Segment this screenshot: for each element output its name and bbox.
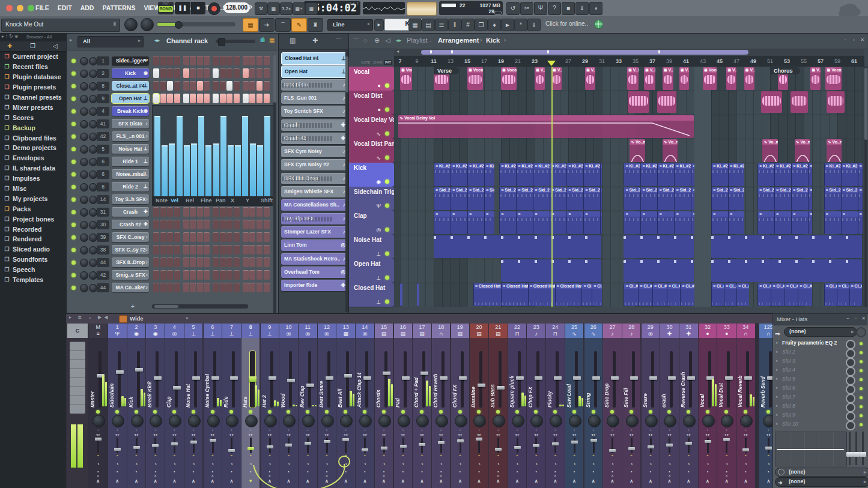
channel-button-sfx-8-drop[interactable]: SFX 8..Drop♪ xyxy=(112,258,149,267)
channel-volume-knob[interactable] xyxy=(89,120,97,128)
send-slider[interactable] xyxy=(97,438,99,453)
channel-volume-knob[interactable] xyxy=(89,259,97,267)
pan-arrows-icon[interactable]: ◂ ▸ xyxy=(108,432,127,436)
menu-item-add[interactable]: ADD xyxy=(76,0,99,16)
step-3[interactable] xyxy=(167,68,173,78)
send-slider-handle[interactable] xyxy=(305,442,311,445)
send-slider[interactable] xyxy=(688,438,690,453)
channel-mute-led[interactable] xyxy=(71,71,76,76)
clip[interactable]: ≡ Cl..#3 xyxy=(785,283,798,306)
clock-icon[interactable]: ◔ xyxy=(622,462,641,467)
velocity-bar-3[interactable] xyxy=(169,143,175,197)
clip[interactable]: ≡ Ki..#2 xyxy=(691,163,694,186)
send-slider-handle[interactable] xyxy=(400,445,407,448)
step-14[interactable] xyxy=(249,258,255,267)
step-7[interactable] xyxy=(197,56,203,65)
clip[interactable]: ≡ Cl..#3 xyxy=(667,283,680,306)
channel-volume-knob[interactable] xyxy=(89,271,97,280)
step-1[interactable] xyxy=(153,258,159,267)
route-arrow-icon[interactable]: ∧ xyxy=(146,478,165,484)
track-led[interactable] xyxy=(766,410,770,414)
stereo-sep-icon[interactable]: ⬩ xyxy=(222,428,241,432)
track-mute-led[interactable] xyxy=(385,179,389,184)
graph-tab-note[interactable]: Note xyxy=(156,197,168,203)
route-arrow-icon[interactable]: ∧ xyxy=(546,478,565,484)
route-arrow-icon[interactable]: ∧ xyxy=(489,478,508,484)
track-mute-led[interactable] xyxy=(385,276,389,280)
fx-slot-4[interactable]: ▸Slot 4 xyxy=(775,366,866,375)
clock-icon[interactable]: ◔ xyxy=(642,462,660,467)
clock-icon[interactable]: ◔ xyxy=(375,462,393,467)
clip[interactable]: ≡ xyxy=(757,211,774,234)
stereo-sep-icon[interactable]: ⬩ xyxy=(622,428,641,432)
fx-slot-5[interactable]: ▸Slot 5 xyxy=(775,375,866,384)
pan-arrows-icon[interactable]: ◂ ▸ xyxy=(299,432,317,436)
mute-arrow-icon[interactable]: ⌃ xyxy=(699,454,717,460)
step-11[interactable] xyxy=(226,81,232,91)
step-4[interactable] xyxy=(174,258,180,267)
step-4[interactable] xyxy=(174,232,180,242)
step-2[interactable] xyxy=(160,283,166,292)
step-9[interactable] xyxy=(213,56,219,65)
browser-item-misc[interactable]: ❐Misc xyxy=(0,184,66,194)
step-grid-button[interactable]: ▦ xyxy=(243,18,258,32)
stereo-sep-icon[interactable]: ⬩ xyxy=(584,428,603,432)
pan-knob[interactable] xyxy=(226,415,238,427)
fx-slot-led[interactable] xyxy=(860,387,863,390)
track-led[interactable] xyxy=(534,410,538,414)
mute-arrow-icon[interactable]: ⌃ xyxy=(241,454,260,460)
pan-knob[interactable] xyxy=(569,415,581,427)
channel-mixer-track-number[interactable]: 44 xyxy=(97,258,109,267)
playlist-minimap[interactable]: ◂ xyxy=(394,49,864,56)
channel-pan-knob[interactable] xyxy=(80,57,88,65)
step-11[interactable] xyxy=(226,245,232,255)
mute-arrow-icon[interactable]: ⌃ xyxy=(470,454,488,460)
clip[interactable]: ≡ Cl..#3 xyxy=(736,283,749,306)
clip[interactable]: ∿ Vo..n xyxy=(663,139,678,162)
step-10[interactable] xyxy=(220,220,226,229)
pan-knob[interactable] xyxy=(683,415,696,427)
plugins-tab-icon[interactable]: ✚ xyxy=(7,43,12,49)
clip[interactable]: ≡ Ki..#2 xyxy=(533,163,550,186)
cut-icon[interactable]: ✂ xyxy=(520,2,533,15)
send-slider[interactable] xyxy=(174,438,175,453)
step-12[interactable] xyxy=(234,207,240,217)
send-slider[interactable] xyxy=(497,438,499,453)
send-slider-handle[interactable] xyxy=(457,439,464,442)
help-icon[interactable]: ? xyxy=(548,2,561,15)
step-10[interactable] xyxy=(220,81,226,91)
send-slider[interactable] xyxy=(707,438,709,453)
fader-handle[interactable] xyxy=(554,376,562,380)
channel-button-sfx-c-oisy[interactable]: SFX C..oisy♪ xyxy=(112,232,149,242)
channel-mixer-track-number[interactable]: 2 xyxy=(97,69,109,78)
step-13[interactable] xyxy=(243,232,249,242)
route-arrow-icon[interactable]: ∧ xyxy=(356,478,374,484)
channel-volume-knob[interactable] xyxy=(89,183,97,191)
step-6[interactable] xyxy=(190,270,196,280)
step-12[interactable] xyxy=(234,270,240,280)
clip[interactable]: ≡ Ki..#2 xyxy=(841,163,858,186)
step-10[interactable] xyxy=(220,232,226,242)
channel-mute-led[interactable] xyxy=(71,59,76,63)
pan-arrows-icon[interactable]: ◂ ▸ xyxy=(184,432,203,436)
velocity-bar-12[interactable] xyxy=(235,145,241,197)
countdown-icon[interactable]: 3.2x xyxy=(280,2,293,15)
graph-tab-x[interactable]: X xyxy=(231,197,234,203)
mixer-track-ride[interactable]: 7⊥Ride⬩◂ ▸⌃◔•∧ xyxy=(222,324,241,488)
pan-knob[interactable] xyxy=(169,415,181,427)
fader-handle[interactable] xyxy=(440,376,448,380)
clip[interactable]: ≡ Ki..#2 xyxy=(566,163,583,186)
step-4[interactable] xyxy=(174,220,180,229)
clip[interactable]: ≡ Cl..#2 xyxy=(592,283,602,306)
mini-label-chan[interactable]: CHAN xyxy=(372,60,384,65)
stop-button[interactable]: ■ xyxy=(191,2,205,14)
fx-slot-led[interactable] xyxy=(860,396,863,399)
step-4[interactable] xyxy=(174,270,180,280)
step-12[interactable] xyxy=(234,258,240,267)
clip[interactable]: ≡ Sid..2 xyxy=(484,187,494,210)
tap-tempo-icon[interactable]: ⚒ xyxy=(255,2,267,15)
send-slider[interactable] xyxy=(574,438,575,453)
track-led[interactable] xyxy=(287,410,290,414)
undo-icon[interactable]: ↺ xyxy=(506,2,520,15)
route-arrow-icon-2[interactable]: ∧ xyxy=(375,474,393,478)
